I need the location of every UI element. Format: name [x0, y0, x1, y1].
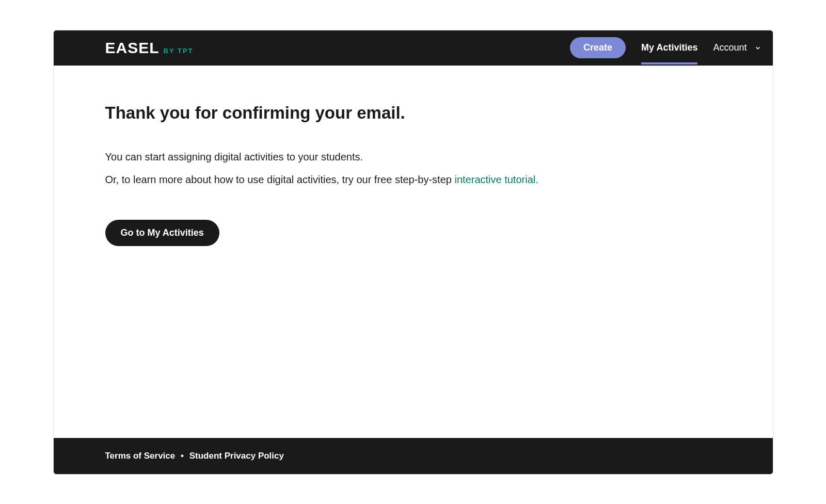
logo-sub-text: BY TPT	[164, 47, 194, 55]
body-text-2-prefix: Or, to learn more about how to use digit…	[105, 174, 455, 185]
terms-of-service-link[interactable]: Terms of Service	[105, 451, 176, 461]
logo-main-text: EASEL	[105, 39, 160, 57]
logo[interactable]: EASEL BY TPT	[105, 39, 194, 57]
header: EASEL BY TPT Create My Activities Accoun…	[54, 30, 773, 66]
go-to-activities-button[interactable]: Go to My Activities	[105, 220, 219, 246]
footer-links: Terms of Service • Student Privacy Polic…	[105, 451, 284, 461]
footer: Terms of Service • Student Privacy Polic…	[54, 438, 773, 474]
body-text-2: Or, to learn more about how to use digit…	[105, 172, 721, 187]
chevron-down-icon	[754, 44, 761, 52]
nav-account[interactable]: Account	[713, 42, 761, 53]
page-heading: Thank you for confirming your email.	[105, 103, 721, 123]
nav-my-activities[interactable]: My Activities	[641, 31, 697, 64]
header-nav: Create My Activities Account	[570, 31, 761, 64]
nav-account-label: Account	[713, 42, 746, 53]
footer-separator: •	[181, 451, 184, 461]
create-button[interactable]: Create	[570, 37, 626, 58]
interactive-tutorial-link[interactable]: interactive tutorial.	[454, 174, 538, 185]
main-content: Thank you for confirming your email. You…	[54, 66, 773, 438]
privacy-policy-link[interactable]: Student Privacy Policy	[189, 451, 284, 461]
app-frame: EASEL BY TPT Create My Activities Accoun…	[53, 30, 773, 475]
body-text-1: You can start assigning digital activiti…	[105, 150, 721, 164]
